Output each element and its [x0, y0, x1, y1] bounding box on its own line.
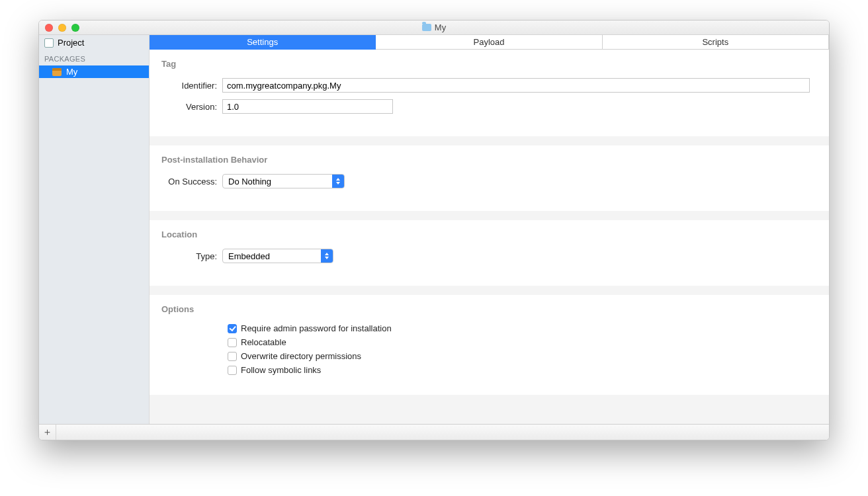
project-icon: [44, 38, 54, 48]
sidebar: Project PACKAGES My: [39, 35, 150, 424]
section-location-title: Location: [161, 229, 817, 239]
on-success-value: Do Nothing: [223, 177, 277, 186]
section-post-install: Post-installation Behavior On Success: D…: [150, 145, 829, 211]
label-overwrite: Overwrite directory permissions: [241, 351, 361, 361]
identifier-label: Identifier:: [161, 81, 222, 91]
label-relocatable: Relocatable: [241, 337, 286, 347]
checkbox-overwrite[interactable]: [228, 352, 237, 361]
titlebar: My: [39, 21, 829, 35]
section-tag: Tag Identifier: Version:: [150, 50, 829, 136]
folder-icon: [422, 24, 431, 31]
sidebar-project-label: Project: [58, 38, 84, 48]
identifier-input[interactable]: [222, 78, 810, 93]
tab-settings[interactable]: Settings: [150, 35, 376, 50]
tab-scripts[interactable]: Scripts: [603, 35, 829, 50]
checkbox-require-admin[interactable]: [228, 324, 237, 333]
sidebar-package-item[interactable]: My: [39, 65, 149, 78]
section-tag-title: Tag: [161, 59, 817, 69]
chevron-up-down-icon: [321, 249, 333, 263]
checkbox-relocatable[interactable]: [228, 338, 237, 347]
label-require-admin: Require admin password for installation: [241, 323, 392, 333]
sidebar-package-name: My: [66, 67, 77, 77]
version-input[interactable]: [222, 99, 393, 114]
app-window: My Project PACKAGES My Settings Payload …: [38, 20, 830, 440]
version-label: Version:: [161, 102, 222, 112]
add-button[interactable]: ＋: [39, 425, 56, 440]
on-success-label: On Success:: [161, 177, 222, 186]
location-type-select[interactable]: Embedded: [222, 249, 333, 263]
section-location: Location Type: Embedded: [150, 220, 829, 286]
bottom-toolbar: ＋: [39, 424, 829, 440]
section-options-title: Options: [161, 304, 817, 314]
section-post-title: Post-installation Behavior: [161, 155, 817, 165]
on-success-select[interactable]: Do Nothing: [222, 174, 345, 188]
main-tabs: Settings Payload Scripts: [150, 35, 829, 50]
section-options: Options Require admin password for insta…: [150, 295, 829, 395]
sidebar-project-row[interactable]: Project: [39, 35, 149, 50]
checkbox-follow-symlinks[interactable]: [228, 366, 237, 375]
package-icon: [52, 68, 62, 76]
sidebar-packages-header: PACKAGES: [39, 50, 149, 65]
location-type-label: Type:: [161, 251, 222, 261]
window-title: My: [435, 22, 446, 32]
chevron-up-down-icon: [332, 175, 344, 188]
main-pane: Settings Payload Scripts Tag Identifier:…: [150, 35, 829, 424]
tab-payload[interactable]: Payload: [376, 35, 602, 50]
label-follow-symlinks: Follow symbolic links: [241, 365, 321, 375]
location-type-value: Embedded: [223, 251, 275, 261]
